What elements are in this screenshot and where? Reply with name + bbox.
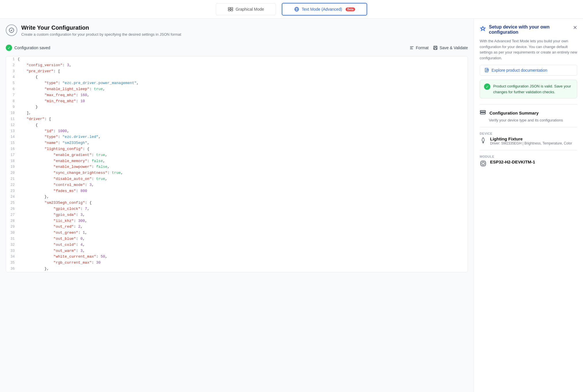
- graphical-mode-button[interactable]: Graphical Mode: [216, 3, 276, 15]
- code-line-19: 19 "enable_lowpower": false,: [6, 164, 468, 170]
- code-line-14: 14 "type": "ezc.driver.led",: [6, 134, 468, 140]
- code-line-11: 11 "driver": [: [6, 116, 468, 122]
- divider-1: [480, 104, 577, 104]
- code-line-7: 7 "max_freq_mhz": 160,: [6, 92, 468, 98]
- code-line-35: 35 "rgb_current_max": 30: [6, 260, 468, 266]
- module-label: MODULE: [480, 155, 577, 158]
- close-sidebar-button[interactable]: ✕: [573, 24, 577, 31]
- device-label: DEVICE: [480, 132, 577, 135]
- write-config-subtitle: Create a custom configuration for your p…: [21, 32, 181, 37]
- device-info: Lighting Fixture Driver: SM2335EGH | Bri…: [490, 136, 572, 145]
- config-summary-header: Configuration Summary: [480, 109, 577, 117]
- config-summary-subtitle: Verify your device type and its configur…: [489, 118, 577, 122]
- code-line-1: 1 {: [6, 56, 468, 62]
- sidebar-desc: With the Advanced Text Mode lets you bui…: [480, 38, 577, 61]
- sidebar-title-row: Setup device with your own configuration: [480, 24, 573, 35]
- svg-rect-2: [228, 9, 230, 11]
- write-config-title: Write Your Configuration: [21, 24, 181, 31]
- code-line-3: 3 "pre_driver": [: [6, 68, 468, 75]
- svg-rect-10: [480, 113, 485, 114]
- sidebar-title: Setup device with your own configuration: [489, 24, 573, 35]
- code-line-30: 30 "out_green": 1,: [6, 230, 468, 236]
- code-line-34: 34 "white_current_max": 50,: [6, 254, 468, 260]
- code-line-2: 2 "config_version": 3,: [6, 62, 468, 68]
- text-mode-button[interactable]: Text Mode (Advanced) Beta: [282, 3, 367, 16]
- setup-icon: [480, 26, 486, 34]
- code-line-21: 21 "disable_auto_on": true,: [6, 176, 468, 182]
- code-line-20: 20 "sync_change_brightness": true,: [6, 170, 468, 176]
- module-header: ESP32-H2-DEVKITM-1: [480, 159, 577, 168]
- device-icon: [480, 137, 487, 145]
- svg-rect-11: [481, 161, 485, 166]
- code-line-26: 26 "gpio_clock": 7,: [6, 206, 468, 212]
- code-line-29: 29 "out_red": 2,: [6, 224, 468, 230]
- code-line-36: 36 },: [6, 266, 468, 272]
- config-saved-badge: ✓ Configuration saved: [6, 45, 50, 51]
- valid-message: Product configuration JSON is valid. Sav…: [493, 83, 573, 95]
- svg-rect-1: [231, 7, 233, 9]
- config-summary-title: Configuration Summary: [489, 111, 539, 115]
- code-line-4: 4 {: [6, 74, 468, 80]
- svg-rect-3: [231, 9, 233, 11]
- device-section: DEVICE Lighting Fixture Driver: SM2335EG…: [480, 132, 577, 145]
- code-line-25: 25 "sm2335egh_config": {: [6, 200, 468, 206]
- valid-banner: ✓ Product configuration JSON is valid. S…: [480, 80, 577, 98]
- valid-check-icon: ✓: [484, 83, 490, 90]
- device-name: Lighting Fixture: [490, 136, 572, 141]
- sidebar-header: Setup device with your own configuration…: [480, 24, 577, 35]
- code-line-24: 24 },: [6, 194, 468, 200]
- mode-switcher: Graphical Mode Text Mode (Advanced) Beta: [0, 0, 583, 19]
- code-line-12: 12 {: [6, 122, 468, 128]
- toolbar-actions: Format Save & Validate: [409, 45, 468, 50]
- editor-panel: Write Your Configuration Create a custom…: [0, 19, 474, 392]
- device-driver: Driver: SM2335EGH | Brightness, Temperat…: [490, 141, 572, 145]
- divider-2: [480, 127, 577, 127]
- code-line-17: 17 "enable_gradient": true,: [6, 152, 468, 158]
- config-icon: [6, 24, 17, 36]
- code-line-15: 15 "name": "sm2335egh",: [6, 140, 468, 146]
- explore-docs-button[interactable]: Explore product documentation: [480, 65, 577, 76]
- code-line-13: 13 "id": 1000,: [6, 128, 468, 134]
- text-mode-icon: [294, 6, 300, 12]
- code-line-22: 22 "control_mode": 3,: [6, 182, 468, 188]
- config-saved-label: Configuration saved: [14, 45, 50, 50]
- code-line-9: 9 }: [6, 104, 468, 110]
- config-header-text: Write Your Configuration Create a custom…: [21, 24, 181, 37]
- code-line-28: 28 "iic_khz": 300,: [6, 218, 468, 224]
- text-mode-label: Text Mode (Advanced): [302, 7, 342, 12]
- module-icon: [480, 160, 487, 168]
- config-summary-section: Configuration Summary Verify your device…: [480, 109, 577, 122]
- code-line-23: 23 "fades_ms": 800: [6, 188, 468, 194]
- saved-check-icon: ✓: [6, 45, 12, 51]
- module-section: MODULE ESP32-H2-DEVKITM-1: [480, 155, 577, 168]
- code-line-8: 8 "min_freq_mhz": 10: [6, 98, 468, 104]
- code-line-32: 32 "out_cold": 4,: [6, 242, 468, 248]
- device-header: Lighting Fixture Driver: SM2335EGH | Bri…: [480, 136, 577, 145]
- graphical-mode-icon: [228, 6, 233, 12]
- code-editor[interactable]: 1 { 2 "config_version": 3, 3 "pre_driver…: [6, 56, 468, 272]
- svg-rect-12: [482, 162, 484, 165]
- code-line-6: 6 "enable_light_sleep": true,: [6, 86, 468, 92]
- module-name: ESP32-H2-DEVKITM-1: [490, 159, 535, 164]
- divider-3: [480, 150, 577, 150]
- svg-rect-7: [434, 48, 437, 50]
- save-icon: [433, 45, 438, 50]
- beta-badge: Beta: [346, 7, 355, 11]
- code-line-10: 10 ],: [6, 110, 468, 116]
- code-line-27: 27 "gpio_sda": 3,: [6, 212, 468, 218]
- write-config-header: Write Your Configuration Create a custom…: [6, 24, 468, 37]
- docs-icon: [485, 68, 489, 73]
- code-line-16: 16 "lighting_config": {: [6, 146, 468, 152]
- summary-icon: [480, 109, 486, 117]
- code-line-18: 18 "enable_memory": false,: [6, 158, 468, 164]
- editor-toolbar: ✓ Configuration saved Format Save &: [6, 42, 468, 53]
- format-button[interactable]: Format: [409, 45, 428, 50]
- graphical-mode-label: Graphical Mode: [236, 7, 264, 12]
- explore-docs-label: Explore product documentation: [491, 68, 547, 73]
- svg-rect-9: [480, 111, 485, 112]
- code-line-31: 31 "out_blue": 0,: [6, 236, 468, 242]
- code-line-5: 5 "type": "ezc.pre_driver.power_manageme…: [6, 80, 468, 86]
- code-line-33: 33 "out_warm": 3,: [6, 248, 468, 254]
- save-validate-button[interactable]: Save & Validate: [433, 45, 468, 50]
- main-layout: Write Your Configuration Create a custom…: [0, 19, 583, 392]
